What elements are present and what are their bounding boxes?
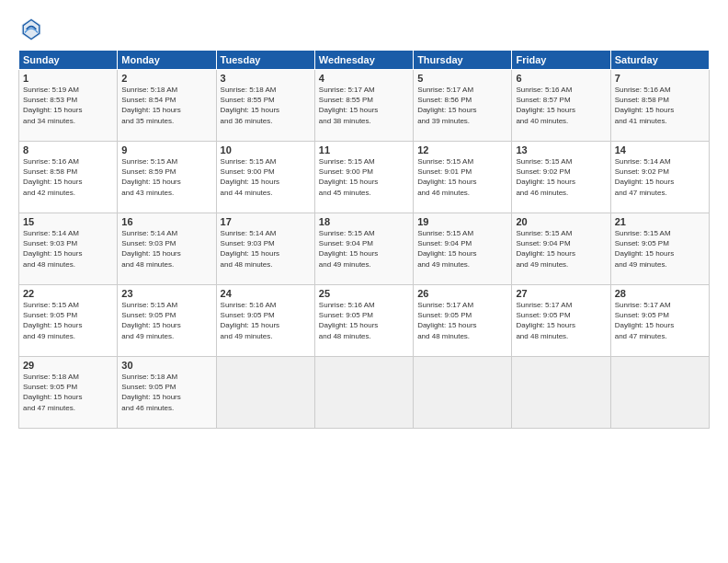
calendar-cell: 21Sunrise: 5:15 AM Sunset: 9:05 PM Dayli… bbox=[610, 213, 709, 285]
calendar-cell: 22Sunrise: 5:15 AM Sunset: 9:05 PM Dayli… bbox=[19, 285, 118, 357]
day-number: 5 bbox=[417, 73, 507, 84]
calendar-cell: 13Sunrise: 5:15 AM Sunset: 9:02 PM Dayli… bbox=[512, 142, 610, 213]
day-number: 14 bbox=[615, 144, 705, 155]
day-info: Sunrise: 5:15 AM Sunset: 9:01 PM Dayligh… bbox=[417, 157, 476, 197]
day-number: 13 bbox=[516, 144, 606, 155]
calendar-cell: 3Sunrise: 5:18 AM Sunset: 8:55 PM Daylig… bbox=[216, 70, 314, 142]
day-number: 12 bbox=[417, 144, 507, 155]
day-number: 4 bbox=[319, 73, 409, 84]
calendar-cell: 14Sunrise: 5:14 AM Sunset: 9:02 PM Dayli… bbox=[610, 142, 709, 213]
day-info: Sunrise: 5:18 AM Sunset: 9:05 PM Dayligh… bbox=[23, 373, 82, 412]
calendar-cell: 19Sunrise: 5:15 AM Sunset: 9:04 PM Dayli… bbox=[414, 213, 512, 285]
day-number: 24 bbox=[221, 288, 311, 299]
day-number: 26 bbox=[417, 288, 507, 299]
calendar-cell: 17Sunrise: 5:14 AM Sunset: 9:03 PM Dayli… bbox=[216, 213, 314, 285]
calendar-cell bbox=[512, 357, 610, 429]
calendar-cell bbox=[314, 357, 413, 429]
calendar-cell: 5Sunrise: 5:17 AM Sunset: 8:56 PM Daylig… bbox=[414, 70, 512, 142]
header-tuesday: Tuesday bbox=[216, 51, 314, 70]
svg-marker-0 bbox=[22, 18, 41, 41]
page: SundayMondayTuesdayWednesdayThursdayFrid… bbox=[0, 0, 728, 563]
day-info: Sunrise: 5:16 AM Sunset: 9:05 PM Dayligh… bbox=[221, 301, 279, 340]
header-monday: Monday bbox=[118, 51, 216, 70]
calendar-cell: 11Sunrise: 5:15 AM Sunset: 9:00 PM Dayli… bbox=[314, 142, 413, 213]
day-info: Sunrise: 5:15 AM Sunset: 9:04 PM Dayligh… bbox=[417, 229, 476, 269]
day-number: 9 bbox=[121, 144, 211, 155]
day-number: 19 bbox=[417, 216, 507, 227]
day-info: Sunrise: 5:16 AM Sunset: 8:57 PM Dayligh… bbox=[516, 86, 574, 125]
calendar-cell: 6Sunrise: 5:16 AM Sunset: 8:57 PM Daylig… bbox=[512, 70, 610, 142]
header-sunday: Sunday bbox=[19, 51, 118, 70]
day-number: 7 bbox=[615, 73, 705, 84]
calendar-cell bbox=[216, 357, 314, 429]
day-info: Sunrise: 5:17 AM Sunset: 8:55 PM Dayligh… bbox=[319, 86, 378, 125]
day-info: Sunrise: 5:18 AM Sunset: 9:05 PM Dayligh… bbox=[121, 373, 180, 412]
calendar-cell: 24Sunrise: 5:16 AM Sunset: 9:05 PM Dayli… bbox=[216, 285, 314, 357]
day-info: Sunrise: 5:14 AM Sunset: 9:03 PM Dayligh… bbox=[23, 229, 82, 269]
day-info: Sunrise: 5:17 AM Sunset: 9:05 PM Dayligh… bbox=[615, 301, 674, 340]
day-number: 28 bbox=[615, 288, 705, 299]
week-row-4: 29Sunrise: 5:18 AM Sunset: 9:05 PM Dayli… bbox=[19, 357, 710, 429]
calendar-cell: 15Sunrise: 5:14 AM Sunset: 9:03 PM Dayli… bbox=[19, 213, 118, 285]
day-number: 3 bbox=[221, 73, 311, 84]
day-info: Sunrise: 5:15 AM Sunset: 9:05 PM Dayligh… bbox=[615, 229, 674, 269]
day-number: 6 bbox=[516, 73, 606, 84]
calendar-cell: 4Sunrise: 5:17 AM Sunset: 8:55 PM Daylig… bbox=[314, 70, 413, 142]
day-number: 1 bbox=[23, 73, 113, 84]
header-row: SundayMondayTuesdayWednesdayThursdayFrid… bbox=[19, 51, 710, 70]
day-number: 22 bbox=[23, 288, 113, 299]
calendar-cell: 2Sunrise: 5:18 AM Sunset: 8:54 PM Daylig… bbox=[118, 70, 216, 142]
day-info: Sunrise: 5:18 AM Sunset: 8:54 PM Dayligh… bbox=[121, 86, 180, 125]
day-number: 21 bbox=[615, 216, 705, 227]
day-number: 2 bbox=[121, 73, 211, 84]
calendar-cell: 12Sunrise: 5:15 AM Sunset: 9:01 PM Dayli… bbox=[414, 142, 512, 213]
day-number: 27 bbox=[516, 288, 606, 299]
header-saturday: Saturday bbox=[610, 51, 709, 70]
calendar-cell bbox=[414, 357, 512, 429]
day-number: 17 bbox=[221, 216, 311, 227]
header-wednesday: Wednesday bbox=[314, 51, 413, 70]
header-thursday: Thursday bbox=[414, 51, 512, 70]
logo-icon bbox=[18, 17, 44, 42]
week-row-0: 1Sunrise: 5:19 AM Sunset: 8:53 PM Daylig… bbox=[19, 70, 710, 142]
day-number: 29 bbox=[23, 360, 113, 371]
week-row-2: 15Sunrise: 5:14 AM Sunset: 9:03 PM Dayli… bbox=[19, 213, 710, 285]
day-info: Sunrise: 5:15 AM Sunset: 9:05 PM Dayligh… bbox=[23, 301, 82, 340]
day-info: Sunrise: 5:15 AM Sunset: 9:05 PM Dayligh… bbox=[121, 301, 180, 340]
header-friday: Friday bbox=[512, 51, 610, 70]
day-number: 10 bbox=[221, 144, 311, 155]
day-info: Sunrise: 5:17 AM Sunset: 9:05 PM Dayligh… bbox=[417, 301, 476, 340]
calendar-cell: 18Sunrise: 5:15 AM Sunset: 9:04 PM Dayli… bbox=[314, 213, 413, 285]
calendar-cell: 1Sunrise: 5:19 AM Sunset: 8:53 PM Daylig… bbox=[19, 70, 118, 142]
day-number: 25 bbox=[319, 288, 409, 299]
week-row-3: 22Sunrise: 5:15 AM Sunset: 9:05 PM Dayli… bbox=[19, 285, 710, 357]
day-number: 11 bbox=[319, 144, 409, 155]
day-info: Sunrise: 5:16 AM Sunset: 8:58 PM Dayligh… bbox=[615, 86, 674, 125]
calendar-cell: 9Sunrise: 5:15 AM Sunset: 8:59 PM Daylig… bbox=[118, 142, 216, 213]
day-number: 8 bbox=[23, 144, 113, 155]
header bbox=[18, 17, 710, 42]
day-info: Sunrise: 5:14 AM Sunset: 9:03 PM Dayligh… bbox=[121, 229, 180, 269]
calendar-cell: 20Sunrise: 5:15 AM Sunset: 9:04 PM Dayli… bbox=[512, 213, 610, 285]
day-info: Sunrise: 5:17 AM Sunset: 8:56 PM Dayligh… bbox=[417, 86, 476, 125]
day-info: Sunrise: 5:14 AM Sunset: 9:02 PM Dayligh… bbox=[615, 157, 674, 197]
calendar-cell: 23Sunrise: 5:15 AM Sunset: 9:05 PM Dayli… bbox=[118, 285, 216, 357]
day-number: 18 bbox=[319, 216, 409, 227]
calendar-cell: 8Sunrise: 5:16 AM Sunset: 8:58 PM Daylig… bbox=[19, 142, 118, 213]
calendar-cell: 28Sunrise: 5:17 AM Sunset: 9:05 PM Dayli… bbox=[610, 285, 709, 357]
week-row-1: 8Sunrise: 5:16 AM Sunset: 8:58 PM Daylig… bbox=[19, 142, 710, 213]
day-number: 30 bbox=[121, 360, 211, 371]
day-info: Sunrise: 5:16 AM Sunset: 8:58 PM Dayligh… bbox=[23, 157, 82, 197]
day-number: 23 bbox=[121, 288, 211, 299]
calendar-cell: 7Sunrise: 5:16 AM Sunset: 8:58 PM Daylig… bbox=[610, 70, 709, 142]
day-info: Sunrise: 5:19 AM Sunset: 8:53 PM Dayligh… bbox=[23, 86, 82, 125]
calendar-cell: 16Sunrise: 5:14 AM Sunset: 9:03 PM Dayli… bbox=[118, 213, 216, 285]
day-info: Sunrise: 5:18 AM Sunset: 8:55 PM Dayligh… bbox=[221, 86, 279, 125]
calendar-cell: 30Sunrise: 5:18 AM Sunset: 9:05 PM Dayli… bbox=[118, 357, 216, 429]
day-info: Sunrise: 5:14 AM Sunset: 9:03 PM Dayligh… bbox=[221, 229, 279, 269]
day-number: 15 bbox=[23, 216, 113, 227]
calendar-cell: 27Sunrise: 5:17 AM Sunset: 9:05 PM Dayli… bbox=[512, 285, 610, 357]
calendar-cell: 25Sunrise: 5:16 AM Sunset: 9:05 PM Dayli… bbox=[314, 285, 413, 357]
day-info: Sunrise: 5:15 AM Sunset: 9:04 PM Dayligh… bbox=[516, 229, 574, 269]
day-info: Sunrise: 5:15 AM Sunset: 9:02 PM Dayligh… bbox=[516, 157, 574, 197]
